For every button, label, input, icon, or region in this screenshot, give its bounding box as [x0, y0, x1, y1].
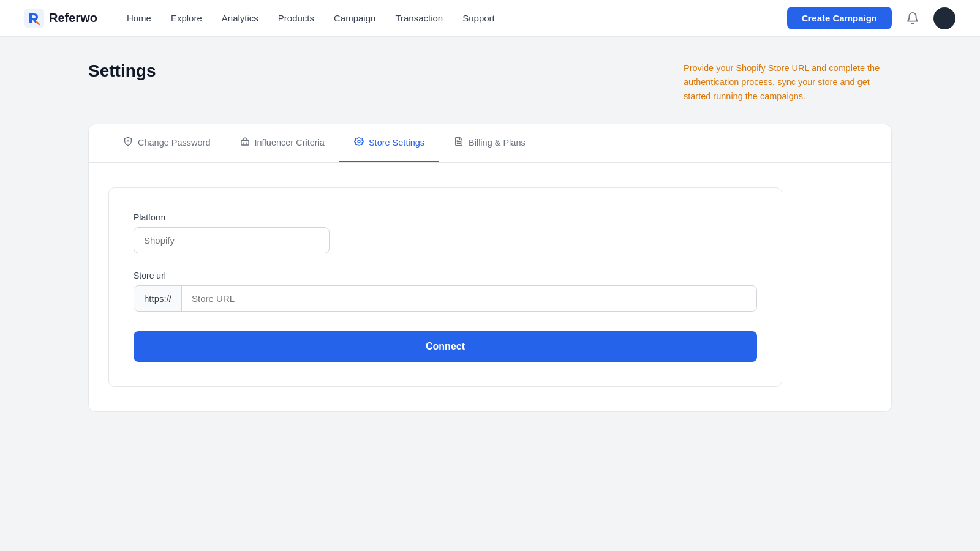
- inner-card: Platform Store url https:// Connect: [108, 187, 782, 387]
- tab-billing-plans-label: Billing & Plans: [469, 138, 526, 148]
- notification-icon[interactable]: [902, 7, 924, 29]
- create-campaign-button[interactable]: Create Campaign: [787, 7, 892, 29]
- tab-billing-plans[interactable]: Billing & Plans: [439, 124, 540, 162]
- info-message: Provide your Shopify Store URL and compl…: [684, 61, 892, 104]
- tab-influencer-criteria-label: Influencer Criteria: [255, 138, 325, 148]
- svg-rect-3: [241, 140, 249, 144]
- nav-campaign[interactable]: Campaign: [334, 13, 375, 23]
- main-nav: Home Explore Analytics Products Campaign…: [127, 13, 787, 23]
- settings-card: Change Password Influencer Criteria: [88, 124, 892, 412]
- header-actions: Create Campaign: [787, 7, 956, 29]
- page-header-row: Settings Provide your Shopify Store URL …: [88, 61, 892, 104]
- header: Referwo Home Explore Analytics Products …: [0, 0, 980, 37]
- store-url-wrapper: https://: [134, 285, 757, 312]
- connect-button[interactable]: Connect: [134, 331, 757, 362]
- page-title: Settings: [88, 61, 156, 81]
- nav-transaction[interactable]: Transaction: [395, 13, 443, 23]
- tab-influencer-criteria[interactable]: Influencer Criteria: [225, 124, 339, 162]
- gear-icon: [354, 137, 364, 149]
- logo[interactable]: Referwo: [24, 9, 97, 28]
- nav-home[interactable]: Home: [127, 13, 151, 23]
- page-content: Settings Provide your Shopify Store URL …: [0, 37, 980, 437]
- nav-products[interactable]: Products: [278, 13, 314, 23]
- document-icon: [454, 137, 464, 149]
- platform-group: Platform: [134, 212, 757, 253]
- store-url-label: Store url: [134, 271, 757, 280]
- form-content: Platform Store url https:// Connect: [89, 163, 891, 411]
- platform-input[interactable]: [134, 227, 330, 253]
- tab-change-password[interactable]: Change Password: [108, 124, 225, 162]
- shield-icon: [123, 137, 133, 149]
- svg-point-6: [358, 140, 360, 143]
- nav-explore[interactable]: Explore: [171, 13, 202, 23]
- building-icon: [240, 137, 250, 149]
- platform-label: Platform: [134, 212, 757, 222]
- nav-support[interactable]: Support: [462, 13, 495, 23]
- nav-analytics[interactable]: Analytics: [222, 13, 258, 23]
- avatar[interactable]: [933, 7, 956, 29]
- store-url-input[interactable]: [182, 286, 756, 311]
- store-url-prefix: https://: [134, 286, 182, 311]
- tab-store-settings[interactable]: Store Settings: [339, 124, 439, 162]
- tab-change-password-label: Change Password: [138, 138, 211, 148]
- settings-tabs: Change Password Influencer Criteria: [89, 124, 891, 163]
- logo-icon: [24, 9, 44, 28]
- logo-text: Referwo: [49, 11, 97, 25]
- store-url-group: Store url https://: [134, 271, 757, 312]
- tab-store-settings-label: Store Settings: [369, 138, 424, 148]
